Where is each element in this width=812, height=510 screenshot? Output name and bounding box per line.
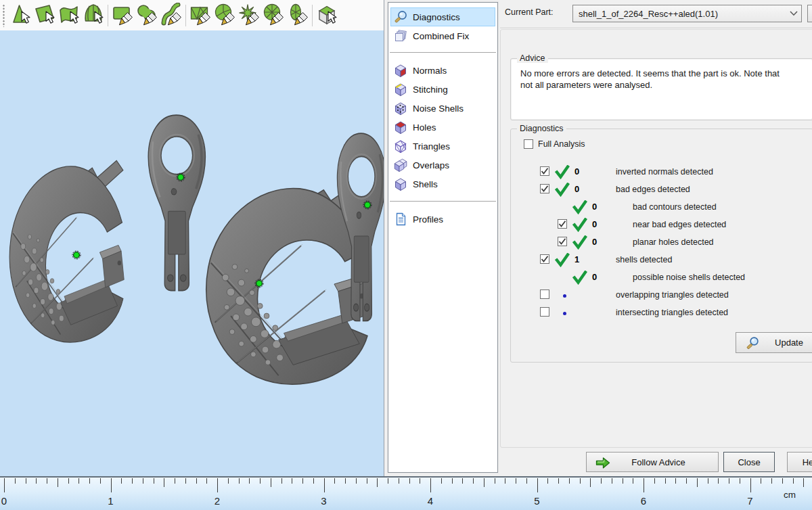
- toolbar-button-mark-triangles-rect[interactable]: [188, 3, 212, 28]
- toolbar-button-select-surface[interactable]: [57, 3, 81, 28]
- diag-label: shells detected: [616, 255, 672, 264]
- nav-item-profiles[interactable]: Profiles: [390, 210, 495, 229]
- green-check-icon: [555, 253, 570, 270]
- nav-item-diagnostics[interactable]: Diagnostics: [390, 7, 495, 26]
- diag-count: 1: [574, 254, 579, 264]
- app-window: DiagnosticsCombined FixNormalsStitchingN…: [0, 0, 812, 510]
- toolbar-button-mark-rectangle[interactable]: [110, 3, 135, 28]
- ruler-tick: [750, 478, 751, 492]
- ruler-tick: [377, 478, 378, 487]
- diag-checkbox-intersecting-triangles-detected[interactable]: [540, 307, 549, 317]
- update-button[interactable]: Update: [736, 332, 812, 353]
- ruler-tick: [164, 478, 164, 487]
- diag-row-inverted-normals-detected: 0inverted normals detected: [511, 163, 812, 181]
- follow-advice-button[interactable]: Follow Advice: [586, 452, 719, 472]
- nav-item-label: Triangles: [413, 141, 450, 152]
- diag-checkbox-shells-detected[interactable]: [540, 254, 549, 264]
- mark-freeform-icon: [160, 3, 183, 28]
- nav-item-label: Shells: [413, 179, 438, 189]
- viewport-canvas[interactable]: [0, 30, 384, 476]
- nav-item-label: Profiles: [413, 214, 443, 225]
- nav-item-triangles[interactable]: Triangles: [390, 137, 495, 156]
- nav-separator: [390, 201, 496, 202]
- toolbar-button-mark-brush[interactable]: [135, 3, 159, 28]
- diag-checkbox-near-bad-edges-detected[interactable]: [558, 219, 567, 229]
- toolbar-button-select-cube[interactable]: [315, 3, 339, 28]
- diag-row-shells-detected: 1shells detected: [511, 251, 812, 269]
- ruler-tick: [78, 478, 79, 484]
- ruler-tick: [154, 478, 154, 484]
- nav-item-overlaps[interactable]: Overlaps: [390, 156, 495, 175]
- diag-row-possible-noise-shells-detected: 0possible noise shells detected: [511, 269, 812, 286]
- toolbar-grip[interactable]: [2, 4, 5, 27]
- ruler-number: 1: [108, 495, 113, 507]
- diag-checkbox-overlapping-triangles-detected[interactable]: [540, 289, 549, 299]
- toolbar-button-mark-freeform[interactable]: [159, 3, 183, 28]
- toolbar-button-select-shell[interactable]: [81, 3, 106, 28]
- toolbar-button-select-planes[interactable]: [32, 3, 57, 28]
- part-browse-button[interactable]: [807, 5, 812, 22]
- ruler-tick: [537, 478, 538, 492]
- full-analysis-checkbox[interactable]: [524, 139, 533, 149]
- current-part-combobox[interactable]: shell_1_of_2264_Resc++aled(1.01): [572, 5, 802, 22]
- diag-checkbox-planar-holes-detected[interactable]: [558, 237, 567, 246]
- advice-title: Advice: [517, 53, 548, 63]
- document-icon: [394, 212, 407, 226]
- chevron-down-icon[interactable]: [786, 11, 801, 16]
- ruler-tick: [654, 478, 655, 484]
- diag-label: inverted normals detected: [616, 167, 713, 177]
- toolbar-separator: [185, 5, 186, 26]
- diag-checkbox-inverted-normals-detected[interactable]: [540, 166, 549, 176]
- diag-row-bad-contours-detected: 0bad contours detected: [511, 198, 812, 216]
- cube-plain-icon: [394, 177, 407, 191]
- diag-row-intersecting-triangles-detected: intersecting triangles detected: [511, 304, 812, 321]
- toolbar-button-mark-pie[interactable]: [261, 3, 286, 28]
- diag-label: intersecting triangles detected: [616, 308, 728, 317]
- nav-item-noise-shells[interactable]: Noise Shells: [390, 99, 495, 118]
- diag-label: overlapping triangles detected: [616, 290, 729, 300]
- green-check-icon: [572, 235, 587, 252]
- ruler-tick: [697, 478, 698, 487]
- ruler-tick: [420, 478, 420, 484]
- close-button[interactable]: Close: [723, 452, 775, 472]
- toolbar-button-mark-section[interactable]: [286, 3, 310, 28]
- ruler-tick: [111, 478, 112, 492]
- nav-item-stitching[interactable]: Stitching: [390, 80, 495, 99]
- select-shell-icon: [82, 3, 105, 28]
- ruler-tick: [121, 478, 122, 484]
- ruler-tick: [68, 478, 69, 484]
- nav-item-holes[interactable]: Holes: [390, 118, 495, 137]
- ruler-number: 2: [215, 495, 220, 507]
- nav-item-label: Stitching: [413, 85, 448, 95]
- nav-item-label: Overlaps: [413, 160, 449, 170]
- ruler-tick: [47, 478, 47, 484]
- current-part-value: shell_1_of_2264_Resc++aled(1.01): [573, 9, 786, 19]
- ruler-number: 7: [747, 495, 752, 507]
- toolbar-separator: [108, 5, 108, 26]
- ruler-tick: [495, 478, 495, 484]
- toolbar-button-select-triangles[interactable]: [8, 3, 32, 28]
- toolbar-button-mark-star[interactable]: [237, 3, 261, 28]
- green-check-icon: [555, 183, 570, 200]
- nav-item-combined-fix[interactable]: Combined Fix: [390, 26, 495, 45]
- ruler-tick: [356, 478, 357, 484]
- cube-wireframe-icon: [394, 139, 407, 153]
- vertex-marker: [72, 251, 81, 259]
- current-part-label: Current Part:: [505, 7, 554, 17]
- nav-item-normals[interactable]: Normals: [390, 61, 495, 80]
- toolbar-button-mark-disc[interactable]: [212, 3, 237, 28]
- select-surface-icon: [58, 3, 81, 28]
- pending-dot-icon: [563, 312, 566, 315]
- ruler-tick: [239, 478, 240, 484]
- diag-count: 0: [592, 237, 597, 247]
- help-button[interactable]: Help: [787, 452, 812, 472]
- ruler-tick: [686, 478, 687, 484]
- ruler-tick: [633, 478, 633, 484]
- mark-rectangle-icon: [111, 3, 134, 28]
- select-cube-icon: [315, 3, 338, 28]
- ruler-tick: [473, 478, 474, 484]
- nav-item-shells[interactable]: Shells: [390, 175, 495, 193]
- diag-checkbox-bad-edges-detected[interactable]: [540, 184, 549, 193]
- cube-noise-icon: [394, 101, 407, 115]
- ruler-tick: [143, 478, 143, 484]
